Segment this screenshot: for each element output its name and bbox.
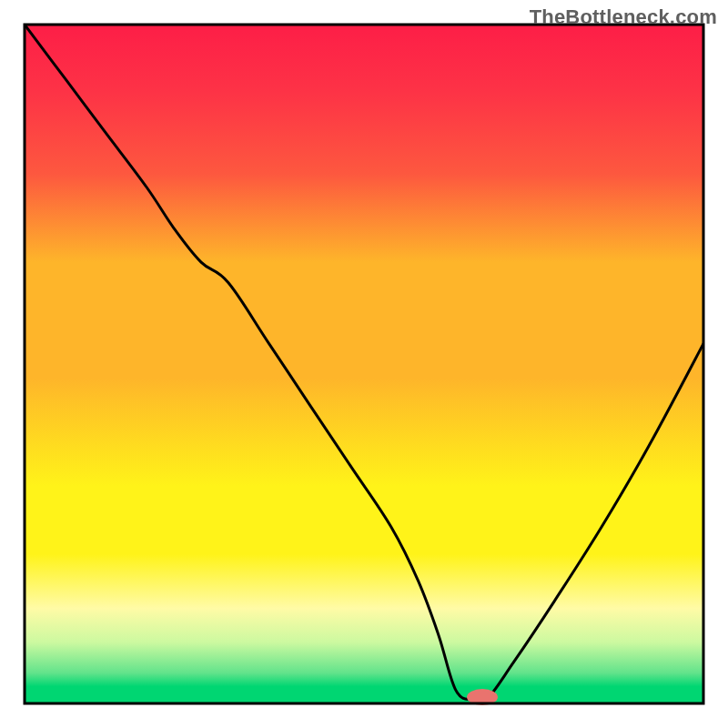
chart-stage: TheBottleneck.com xyxy=(0,0,728,728)
bottleneck-plot xyxy=(0,0,728,728)
watermark-text: TheBottleneck.com xyxy=(530,5,717,29)
gradient-background xyxy=(25,25,703,703)
